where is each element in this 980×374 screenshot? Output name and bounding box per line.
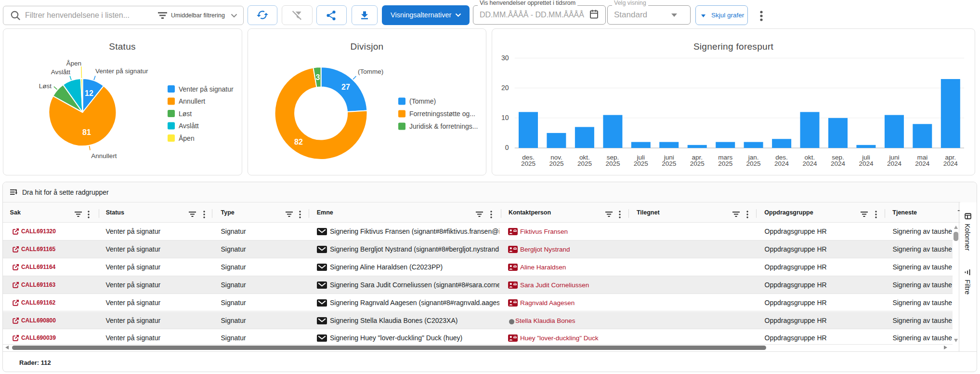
svg-text:30: 30 [501,54,509,62]
svg-text:Venter på signatur: Venter på signatur [179,85,234,93]
svg-text:Åpen: Åpen [179,134,195,142]
svg-text:Forretningsstøtte og...: Forretningsstøtte og... [409,110,475,118]
svg-text:Løst: Løst [179,110,192,118]
svg-text:Signering forespurt: Signering forespurt [693,41,774,52]
svg-text:2025: 2025 [521,160,536,167]
svg-text:2025: 2025 [549,160,563,167]
svg-text:2025: 2025 [746,160,761,167]
svg-text:Løst: Løst [39,82,52,90]
svg-text:2025: 2025 [662,160,676,167]
svg-text:2025: 2025 [690,160,705,167]
svg-text:3: 3 [316,73,320,81]
svg-text:12: 12 [85,89,93,97]
svg-text:2024: 2024 [915,160,930,167]
svg-text:2024: 2024 [859,160,874,167]
svg-text:(Tomme): (Tomme) [358,68,383,75]
svg-text:2025: 2025 [718,160,732,167]
svg-text:Venter på signatur: Venter på signatur [95,67,148,75]
svg-text:Juridisk & forretnings...: Juridisk & forretnings... [409,122,478,130]
svg-text:82: 82 [294,138,303,146]
svg-text:2025: 2025 [634,160,648,167]
svg-text:2024: 2024 [887,160,902,167]
svg-text:Annullert: Annullert [179,97,205,105]
svg-text:81: 81 [82,128,91,136]
svg-text:Annullert: Annullert [91,152,117,160]
svg-text:2024: 2024 [831,160,846,167]
svg-text:Avslått: Avslått [51,68,71,76]
svg-text:Divisjon: Divisjon [351,41,384,52]
svg-text:10: 10 [501,114,509,121]
svg-text:2025: 2025 [605,160,620,167]
svg-text:2024: 2024 [802,160,817,167]
svg-text:Avslått: Avslått [179,122,199,130]
svg-text:Status: Status [109,41,136,52]
svg-text:0: 0 [505,144,509,151]
svg-text:20: 20 [501,84,509,92]
svg-text:2024: 2024 [943,160,958,167]
svg-text:27: 27 [341,83,350,91]
svg-text:2025: 2025 [577,160,592,167]
svg-text:2024: 2024 [774,160,789,167]
svg-text:Åpen: Åpen [66,60,81,67]
svg-text:(Tomme): (Tomme) [409,97,436,105]
